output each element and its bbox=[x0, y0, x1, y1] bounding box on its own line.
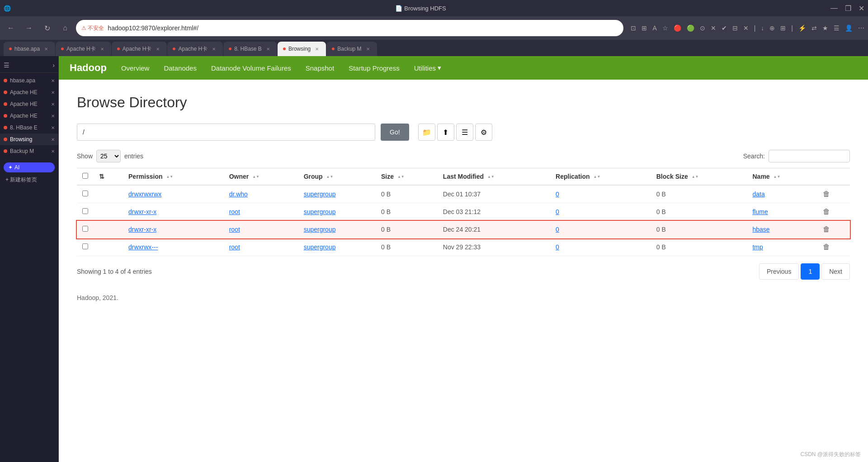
split-icon[interactable]: ⊞ bbox=[780, 24, 786, 32]
replication-link[interactable]: 0 bbox=[556, 208, 559, 215]
th-block-size[interactable]: Block Size ▲▼ bbox=[651, 168, 747, 186]
tab-apache-3[interactable]: Apache H卡 ✕ bbox=[167, 42, 223, 56]
tab-hbase-apa[interactable]: hbase.apa ✕ bbox=[4, 42, 55, 56]
tab-close-small-icon[interactable]: ✕ bbox=[51, 90, 55, 95]
collections-icon[interactable]: ☰ bbox=[834, 24, 840, 32]
th-size[interactable]: Size ▲▼ bbox=[376, 168, 438, 186]
th-replication[interactable]: Replication ▲▼ bbox=[550, 168, 651, 186]
extension6-icon[interactable]: ⊟ bbox=[732, 24, 738, 32]
bookmark2-icon[interactable]: ★ bbox=[822, 24, 828, 32]
group-link[interactable]: supergroup bbox=[304, 226, 336, 233]
replication-link[interactable]: 0 bbox=[556, 226, 559, 233]
lens-icon[interactable]: A bbox=[652, 24, 656, 32]
group-link[interactable]: supergroup bbox=[304, 243, 336, 251]
tab-close-small-icon[interactable]: ✕ bbox=[51, 137, 55, 142]
name-link[interactable]: hbase bbox=[752, 226, 769, 233]
extension1-icon[interactable]: 🔴 bbox=[674, 24, 681, 32]
name-link[interactable]: flume bbox=[752, 208, 768, 215]
profile-icon[interactable]: ⊕ bbox=[769, 24, 775, 32]
owner-link[interactable]: root bbox=[229, 243, 240, 251]
folder-icon-btn[interactable]: 📁 bbox=[418, 124, 435, 141]
permission-link[interactable]: drwxr-xr-x bbox=[128, 208, 156, 215]
extension2-icon[interactable]: 🟢 bbox=[687, 24, 694, 32]
nav-datanodes[interactable]: Datanodes bbox=[164, 64, 197, 72]
nav-datanode-volume-failures[interactable]: Datanode Volume Failures bbox=[211, 64, 291, 72]
replication-link[interactable]: 0 bbox=[556, 191, 559, 198]
nav-utilities[interactable]: Utilities ▾ bbox=[414, 64, 441, 72]
back-button[interactable]: ← bbox=[4, 21, 18, 35]
nav-overview[interactable]: Overview bbox=[121, 64, 150, 72]
tab-close-icon[interactable]: ✕ bbox=[264, 45, 272, 52]
delete-icon[interactable]: 🗑 bbox=[823, 208, 830, 215]
close-button[interactable]: ✕ bbox=[859, 4, 864, 13]
th-group[interactable]: Group ▲▼ bbox=[298, 168, 376, 186]
tab-apache-2[interactable]: Apache H卡 ✕ bbox=[112, 42, 167, 56]
delete-icon[interactable]: 🗑 bbox=[823, 243, 830, 251]
row-checkbox[interactable] bbox=[82, 208, 88, 214]
row-checkbox[interactable] bbox=[82, 243, 88, 249]
tab-close-small-icon[interactable]: ✕ bbox=[51, 102, 55, 107]
cast-icon[interactable]: ⊡ bbox=[631, 24, 636, 32]
sidebar-item-hbase-8[interactable]: 8. HBase E ✕ bbox=[0, 122, 58, 133]
group-link[interactable]: supergroup bbox=[304, 208, 336, 215]
minimize-button[interactable]: — bbox=[830, 4, 838, 12]
th-sort[interactable]: ⇅ bbox=[94, 168, 123, 186]
replication-link[interactable]: 0 bbox=[556, 243, 559, 251]
sidebar-collapse-icon[interactable]: ☰ bbox=[4, 62, 9, 69]
sidebar-item-backup[interactable]: Backup M ✕ bbox=[0, 145, 58, 157]
sidebar-more-icon[interactable]: › bbox=[52, 62, 55, 69]
ai-button[interactable]: ✦ AI bbox=[4, 162, 55, 172]
page-1-button[interactable]: 1 bbox=[801, 263, 820, 280]
bookmark-icon[interactable]: ☆ bbox=[662, 24, 668, 32]
tab-close-icon[interactable]: ✕ bbox=[210, 45, 217, 52]
address-bar[interactable]: ⚠ 不安全 hadoop102:9870/explorer.html#/ bbox=[76, 20, 623, 36]
delete-icon[interactable]: 🗑 bbox=[823, 225, 830, 233]
row-checkbox[interactable] bbox=[82, 191, 88, 196]
delete-icon[interactable]: 🗑 bbox=[823, 190, 830, 198]
permission-link[interactable]: drwxrwxrwx bbox=[128, 191, 161, 198]
settings-icon-btn[interactable]: ⚙ bbox=[475, 124, 492, 141]
account-icon[interactable]: 👤 bbox=[845, 24, 853, 32]
row-checkbox[interactable] bbox=[82, 226, 88, 232]
tab-close-small-icon[interactable]: ✕ bbox=[51, 114, 55, 119]
name-link[interactable]: tmp bbox=[752, 243, 763, 251]
tab-apache-1[interactable]: Apache H卡 ✕ bbox=[56, 42, 111, 56]
search-input[interactable] bbox=[769, 150, 850, 162]
extension3-icon[interactable]: ⊙ bbox=[700, 24, 705, 32]
extension7-icon[interactable]: ✕ bbox=[743, 24, 749, 32]
select-all-checkbox[interactable] bbox=[82, 173, 88, 179]
entries-select[interactable]: 10 25 50 100 bbox=[96, 150, 121, 162]
name-link[interactable]: data bbox=[752, 191, 764, 198]
th-owner[interactable]: Owner ▲▼ bbox=[224, 168, 298, 186]
home-button[interactable]: ⌂ bbox=[58, 21, 72, 35]
upload-icon-btn[interactable]: ⬆ bbox=[437, 124, 454, 141]
list-icon-btn[interactable]: ☰ bbox=[456, 124, 473, 141]
extension4-icon[interactable]: ✕ bbox=[711, 24, 716, 32]
menu-icon[interactable]: ⋯ bbox=[858, 24, 864, 32]
new-tab-button[interactable]: + 新建标签页 bbox=[4, 174, 55, 186]
forward-button[interactable]: → bbox=[22, 21, 36, 35]
next-button[interactable]: Next bbox=[821, 263, 850, 280]
performance-icon[interactable]: ⚡ bbox=[798, 24, 806, 32]
owner-link[interactable]: root bbox=[229, 208, 240, 215]
th-name[interactable]: Name ▲▼ bbox=[747, 168, 817, 186]
th-last-modified[interactable]: Last Modified ▲▼ bbox=[438, 168, 550, 186]
path-input[interactable] bbox=[77, 124, 375, 141]
group-link[interactable]: supergroup bbox=[304, 191, 336, 198]
previous-button[interactable]: Previous bbox=[759, 263, 799, 280]
downloads-icon[interactable]: ↓ bbox=[761, 24, 764, 32]
sidebar-item-apache-1[interactable]: Apache HE ✕ bbox=[0, 86, 58, 98]
sidebar-item-apache-2[interactable]: Apache HE ✕ bbox=[0, 98, 58, 110]
owner-link[interactable]: root bbox=[229, 226, 240, 233]
permission-link[interactable]: drwxr-xr-x bbox=[128, 226, 156, 233]
tab-close-icon[interactable]: ✕ bbox=[99, 45, 106, 52]
sidebar-item-hbase-apa[interactable]: hbase.apa ✕ bbox=[0, 75, 58, 86]
sync-icon[interactable]: ⇄ bbox=[811, 24, 817, 32]
tab-browsing[interactable]: Browsing ✕ bbox=[278, 42, 326, 56]
tab-close-icon[interactable]: ✕ bbox=[42, 45, 50, 52]
go-button[interactable]: Go! bbox=[381, 124, 409, 141]
tab-close-small-icon[interactable]: ✕ bbox=[51, 125, 55, 130]
nav-startup-progress[interactable]: Startup Progress bbox=[349, 64, 400, 72]
restore-button[interactable]: ❐ bbox=[845, 4, 851, 13]
permission-link[interactable]: drwxrwx--- bbox=[128, 243, 158, 251]
